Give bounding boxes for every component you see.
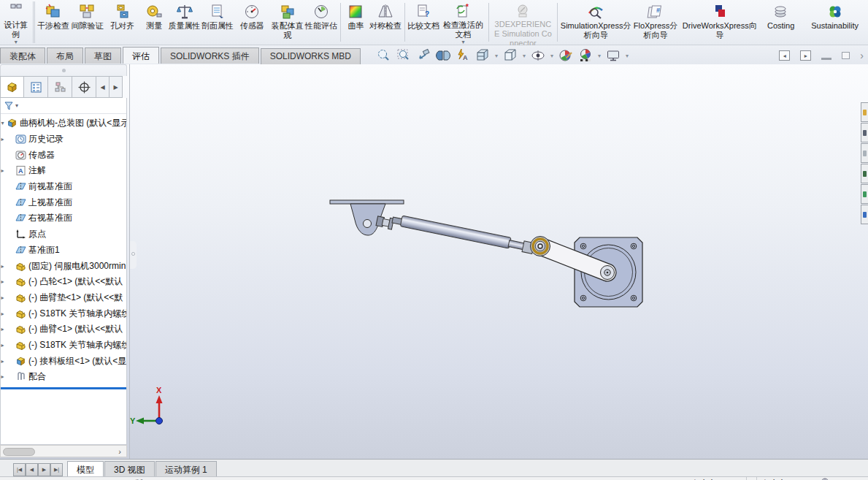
performance-evaluation-button[interactable]: 性能评估 [304, 0, 337, 45]
apply-scene-dropdown[interactable]: ▾ [596, 53, 602, 59]
filter-funnel-icon [4, 101, 14, 111]
interference-check-button[interactable]: 干涉检查 [37, 0, 69, 45]
task-pane-button[interactable] [861, 205, 868, 224]
assembly-visualization-button[interactable]: 装配体直观 [270, 0, 304, 45]
design-study-button[interactable]: 设计算例 ▾ [0, 0, 31, 45]
minimize-icon[interactable] [821, 58, 831, 60]
tree-item-crank-pad[interactable]: ▸ (-) 曲臂垫<1> (默认<<默 [1, 290, 126, 306]
tree-item-mates[interactable]: ▸ 配合 [1, 369, 126, 385]
overflow-chevron-icon[interactable]: › [860, 50, 864, 61]
tree-item-history[interactable]: ▸ 历史记录 [1, 132, 126, 148]
tab-3d-views[interactable]: 3D 视图 [104, 461, 155, 476]
edit-appearance-button[interactable] [557, 47, 575, 64]
check-active-document-button[interactable]: * 检查激活的文档 ▾ [440, 0, 486, 45]
panel-grip[interactable] [0, 64, 127, 76]
task-pane-button[interactable] [861, 143, 868, 163]
dimxpert-tab[interactable] [72, 76, 96, 98]
task-pane-button[interactable] [861, 184, 868, 204]
panel-splitter-handle[interactable] [130, 241, 137, 269]
task-pane-button[interactable] [861, 102, 868, 122]
display-style-dropdown[interactable]: ▾ [521, 53, 527, 59]
last-frame-button[interactable]: ▶| [50, 463, 63, 476]
configurationmanager-tab[interactable] [48, 76, 72, 98]
collapse-right-pane-icon[interactable]: ▸ [800, 50, 811, 61]
tab-scroll-left[interactable]: ◀ [96, 76, 110, 98]
tab-solidworks-mbd[interactable]: SOLIDWORKS MBD [261, 48, 361, 64]
tree-horizontal-scrollbar[interactable]: › [0, 445, 127, 457]
tree-item-servo-motor[interactable]: ▸ (固定) 伺服电机3000rmin [1, 258, 126, 274]
tab-evaluate[interactable]: 评估 [123, 47, 159, 64]
display-style-button[interactable] [502, 47, 519, 64]
curvature-button[interactable]: 曲率 [343, 0, 369, 45]
scrollbar-right-arrow[interactable]: › [114, 446, 126, 457]
section-properties-button[interactable]: 剖面属性 [201, 0, 234, 45]
tab-scroll-right[interactable]: ▶ [110, 76, 123, 98]
section-view-button[interactable] [434, 47, 452, 64]
task-pane-button[interactable] [861, 123, 868, 142]
symmetry-check-button[interactable]: 对称检查 [369, 0, 402, 45]
tree-item-bearing-1[interactable]: ▸ (-) S18TK 关节轴承内螺纹 [1, 305, 126, 321]
previous-view-button[interactable] [415, 47, 432, 64]
next-frame-button[interactable]: ▶ [38, 463, 50, 476]
driveworksxpress-button[interactable]: DriveWorksXpress向导 [680, 0, 760, 45]
hide-show-items-button[interactable] [529, 47, 547, 64]
collapse-left-pane-icon[interactable]: ◂ [779, 50, 790, 61]
tree-item-bearing-2[interactable]: ▸ (-) S18TK 关节轴承内螺纹 [1, 338, 126, 354]
tab-motion-study-1[interactable]: 运动算例 1 [155, 461, 217, 476]
design-study-dropdown[interactable]: ▾ [15, 39, 18, 45]
tab-solidworks-addins[interactable]: SOLIDWORKS 插件 [161, 47, 259, 64]
hide-show-items-dropdown[interactable]: ▾ [549, 53, 555, 59]
ribbon-separator [557, 3, 558, 42]
history-icon [15, 134, 26, 145]
panel-splitter[interactable] [129, 64, 130, 476]
tree-item-plate-group[interactable]: ▸ (-) 接料板组<1> (默认<显 [1, 353, 126, 369]
tab-layout[interactable]: 布局 [47, 47, 83, 64]
tree-item-front-plane[interactable]: 前视基准面 [1, 179, 126, 195]
plane-icon [15, 197, 26, 208]
tab-model[interactable]: 模型 [67, 461, 104, 476]
tree-item-origin[interactable]: 原点 [1, 226, 126, 243]
zoom-fit-button[interactable] [375, 47, 393, 64]
previous-frame-button[interactable]: ◀ [26, 463, 38, 476]
scrollbar-thumb[interactable] [3, 448, 35, 456]
propertymanager-tab[interactable] [24, 76, 48, 98]
tree-item-top-plane[interactable]: 上视基准面 [1, 194, 126, 210]
sustainability-button[interactable]: Sustainability [802, 0, 868, 45]
apply-scene-button[interactable] [577, 47, 594, 64]
cylinder-link[interactable] [376, 214, 550, 256]
rollback-bar[interactable] [1, 387, 126, 389]
sensor-button[interactable]: 传感器 [234, 0, 270, 45]
floxpress-button[interactable]: # FloXpress分析向导 [631, 0, 679, 45]
view-settings-button[interactable] [604, 47, 622, 64]
tree-item-cam[interactable]: ▸ (-) 凸轮<1> (默认<<默认 [1, 274, 126, 290]
simulationxpress-button[interactable]: SimulationXpress分析向导 [560, 0, 632, 45]
feature-tree: ▾ 曲柄机构-总装图 (默认<显示 ▸ 历史记录 传感器 ▸ A 注解 [1, 114, 126, 389]
mount-bracket[interactable] [330, 200, 404, 235]
costing-button[interactable]: Costing [760, 0, 802, 45]
zoom-area-button[interactable] [395, 47, 412, 64]
check-active-document-dropdown[interactable]: ▾ [461, 39, 464, 45]
hole-alignment-button[interactable]: 孔对齐 [104, 0, 140, 45]
tree-item-crank-arm[interactable]: ▸ (-) 曲臂<1> (默认<<默认 [1, 321, 126, 338]
first-frame-button[interactable]: |◀ [13, 463, 26, 476]
restore-window-icon[interactable] [842, 52, 850, 59]
tree-item-plane1[interactable]: 基准面1 [1, 243, 126, 259]
tree-root[interactable]: ▾ 曲柄机构-总装图 (默认<显示 [1, 115, 126, 132]
tree-item-sensors[interactable]: 传感器 [1, 147, 126, 163]
tab-assembly[interactable]: 装配体 [0, 47, 45, 64]
clearance-verify-button[interactable]: 间隙验证 [70, 0, 104, 45]
clearance-verify-icon [78, 2, 96, 21]
tab-sketch[interactable]: 草图 [85, 47, 121, 64]
compare-documents-button[interactable]: ? 比较文档 [407, 0, 440, 45]
annotation-visibility-button[interactable]: A [454, 47, 472, 64]
featuremanager-tab[interactable] [0, 76, 24, 98]
task-pane-button[interactable] [861, 164, 868, 183]
tree-item-right-plane[interactable]: 右视基准面 [1, 210, 126, 226]
view-orientation-dropdown[interactable]: ▾ [493, 53, 499, 59]
mass-properties-button[interactable]: 质量属性 [168, 0, 201, 45]
view-orientation-button[interactable] [474, 47, 491, 64]
tree-filter-row[interactable]: ▾ [1, 98, 126, 114]
tree-item-annotations[interactable]: ▸ A 注解 [1, 163, 126, 179]
view-settings-dropdown[interactable]: ▾ [624, 53, 630, 59]
measure-button[interactable]: 测量 [140, 0, 167, 45]
